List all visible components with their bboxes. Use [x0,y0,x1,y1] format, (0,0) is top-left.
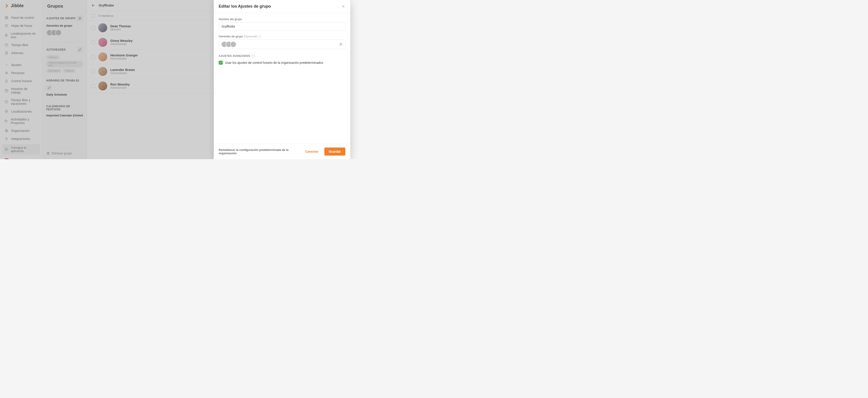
add-person-icon[interactable] [339,42,343,46]
edit-group-modal: Editar los Ajustes de grupo Nombre del g… [214,0,350,159]
advanced-heading: AJUSTES AVANZADOS [219,54,250,58]
close-icon[interactable] [341,4,345,8]
checkbox-label: Usar los ajustes de control horario de l… [225,61,323,64]
group-name-input[interactable] [219,22,345,31]
cancel-button[interactable]: Cancelar [302,148,321,155]
use-default-settings-checkbox[interactable]: ✓ [219,61,223,65]
modal-title: Editar los Ajustes de grupo [219,4,271,9]
managers-label: Gerentes de grupo (Opcional) i [219,35,345,38]
managers-input[interactable] [219,40,345,49]
avatar [230,41,236,48]
info-icon[interactable]: i [252,54,255,58]
reset-defaults-link[interactable]: Restablecer la configuración predetermin… [219,148,299,155]
group-name-label: Nombre del grupo [219,18,345,21]
save-button[interactable]: Guardar [324,148,345,156]
info-icon[interactable]: i [258,35,261,38]
svg-point-18 [340,43,341,44]
